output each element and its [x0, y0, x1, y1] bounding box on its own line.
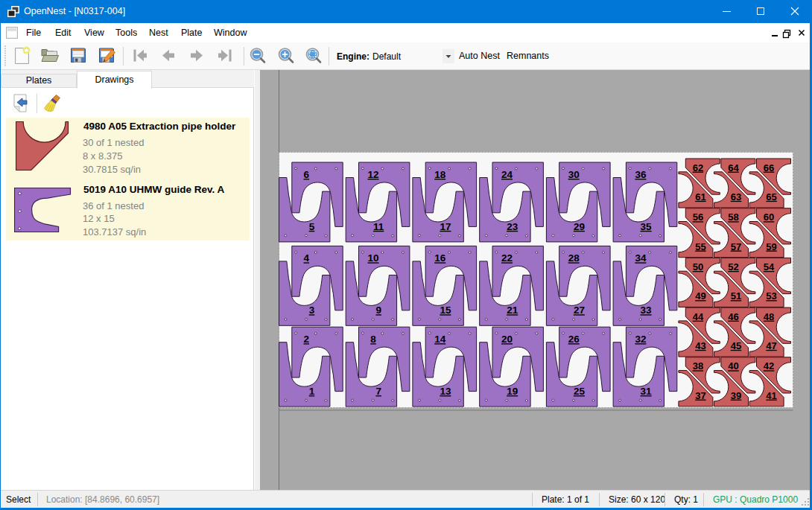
svg-text:59: 59 [766, 241, 776, 252]
svg-text:49: 49 [695, 290, 705, 302]
svg-text:65: 65 [766, 191, 776, 203]
svg-text:37: 37 [695, 390, 705, 401]
svg-text:25: 25 [574, 386, 586, 397]
svg-text:2: 2 [304, 334, 310, 345]
svg-text:46: 46 [728, 311, 738, 322]
svg-text:62: 62 [693, 162, 703, 173]
svg-text:17: 17 [440, 221, 451, 232]
svg-text:3: 3 [309, 305, 315, 316]
svg-text:15: 15 [440, 305, 451, 316]
svg-text:9: 9 [375, 305, 381, 316]
svg-text:13: 13 [440, 386, 451, 397]
svg-text:52: 52 [728, 261, 738, 272]
svg-text:38: 38 [693, 360, 703, 372]
svg-text:5: 5 [309, 221, 315, 232]
svg-text:53: 53 [766, 290, 776, 302]
svg-text:51: 51 [731, 290, 741, 302]
svg-text:4: 4 [304, 252, 310, 264]
svg-text:48: 48 [764, 311, 774, 322]
svg-text:55: 55 [695, 241, 705, 252]
svg-text:12: 12 [367, 169, 378, 180]
svg-text:58: 58 [728, 211, 738, 223]
svg-text:23: 23 [507, 221, 518, 232]
svg-text:31: 31 [641, 386, 653, 397]
svg-text:57: 57 [731, 241, 741, 252]
svg-text:10: 10 [367, 252, 378, 264]
svg-text:32: 32 [635, 334, 646, 345]
svg-text:64: 64 [728, 162, 739, 173]
svg-text:29: 29 [574, 221, 585, 232]
svg-text:47: 47 [766, 340, 776, 351]
svg-text:22: 22 [501, 252, 513, 264]
svg-text:41: 41 [766, 390, 776, 401]
svg-text:50: 50 [693, 261, 703, 272]
svg-text:11: 11 [373, 221, 384, 232]
svg-text:21: 21 [507, 305, 518, 316]
svg-text:24: 24 [501, 169, 513, 180]
svg-text:30: 30 [568, 169, 580, 180]
svg-text:56: 56 [693, 211, 703, 223]
svg-text:35: 35 [641, 221, 653, 232]
svg-text:26: 26 [568, 334, 580, 345]
svg-text:19: 19 [507, 386, 518, 397]
svg-text:14: 14 [434, 334, 446, 345]
svg-text:61: 61 [695, 191, 705, 203]
svg-text:20: 20 [501, 334, 513, 345]
svg-text:28: 28 [568, 252, 580, 264]
svg-text:39: 39 [731, 390, 741, 401]
svg-text:36: 36 [635, 169, 647, 180]
svg-text:66: 66 [764, 162, 774, 173]
svg-text:33: 33 [641, 305, 653, 316]
svg-text:34: 34 [635, 252, 647, 264]
svg-text:40: 40 [728, 360, 738, 372]
svg-text:18: 18 [434, 169, 446, 180]
svg-text:43: 43 [695, 340, 705, 351]
svg-text:63: 63 [731, 191, 741, 203]
svg-text:45: 45 [731, 340, 741, 351]
svg-text:7: 7 [375, 386, 381, 397]
svg-text:6: 6 [304, 169, 310, 180]
svg-text:54: 54 [764, 261, 775, 272]
svg-text:8: 8 [370, 334, 376, 345]
svg-text:27: 27 [574, 305, 585, 316]
svg-text:42: 42 [764, 360, 774, 372]
svg-text:44: 44 [693, 311, 704, 322]
svg-text:1: 1 [309, 386, 315, 397]
svg-text:60: 60 [764, 211, 774, 223]
svg-text:16: 16 [434, 252, 446, 264]
